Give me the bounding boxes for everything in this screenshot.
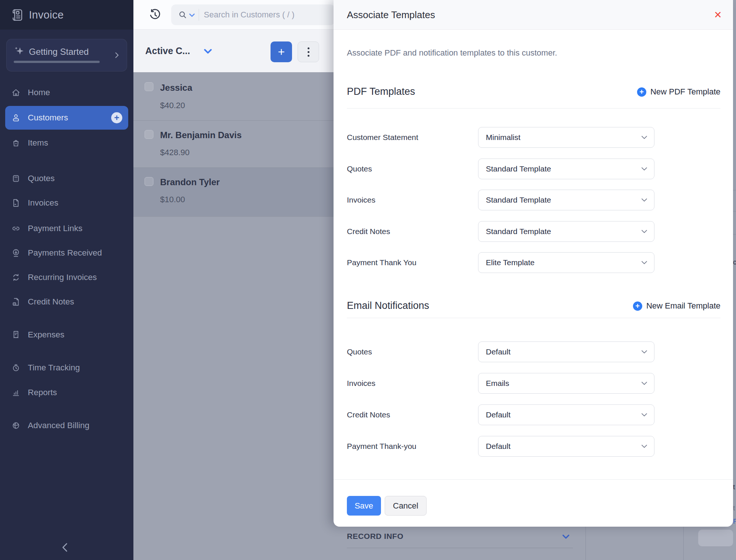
quotes-template-select[interactable]: Standard Template — [478, 159, 654, 179]
sidebar: Invoice Getting Started Home Custome — [0, 0, 133, 560]
sidebar-item-label: Home — [28, 88, 50, 97]
row-checkbox[interactable] — [145, 82, 153, 91]
collapse-sidebar-icon[interactable] — [59, 540, 72, 555]
divider — [347, 548, 573, 548]
field-label: Payment Thank-you — [347, 436, 417, 457]
modal-header: Associate Templates ✕ — [334, 0, 733, 30]
sidebar-item-label: Time Tracking — [28, 363, 80, 373]
sidebar-item-home[interactable]: Home — [5, 82, 128, 103]
list-item[interactable]: Jessica $40.20 — [133, 72, 334, 121]
sidebar-item-quotes[interactable]: Quotes — [5, 168, 128, 189]
plus-circle-icon: + — [637, 87, 646, 97]
new-email-template-button[interactable]: + New Email Template — [633, 301, 720, 311]
sidebar-item-customers[interactable]: Customers + — [5, 106, 128, 130]
sidebar-item-label: Invoices — [28, 198, 59, 208]
customer-amount: $428.90 — [160, 148, 190, 157]
field-label: Payment Thank You — [347, 252, 417, 273]
sidebar-item-advanced-billing[interactable]: Advanced Billing — [5, 415, 128, 436]
chevron-down-icon — [641, 381, 647, 386]
dimmed-page-right-edge: c t t R — [733, 0, 736, 560]
cancel-button[interactable]: Cancel — [385, 496, 427, 516]
chevron-down-icon — [641, 413, 647, 417]
receipt-icon — [11, 330, 21, 340]
sidebar-item-credit-notes[interactable]: Credit Notes — [5, 291, 128, 312]
payment-thank-you-template-select[interactable]: Elite Template — [478, 252, 654, 273]
row-checkbox[interactable] — [145, 130, 153, 139]
home-icon — [11, 88, 21, 97]
getting-started-card[interactable]: Getting Started — [6, 39, 127, 71]
list-more-menu-button[interactable] — [298, 41, 319, 62]
quote-icon — [11, 174, 21, 183]
sidebar-item-label: Recurring Invoices — [28, 273, 97, 282]
getting-started-progress — [14, 61, 100, 63]
field-label: Quotes — [347, 341, 372, 362]
sidebar-item-label: Payment Links — [28, 224, 83, 233]
credit-notes-email-select[interactable]: Default — [478, 404, 654, 425]
clipped-text-fragment: t — [733, 483, 736, 490]
sidebar-item-label: Reports — [28, 388, 57, 397]
search-placeholder: Search in Customers ( / ) — [204, 4, 295, 25]
close-icon[interactable]: ✕ — [714, 0, 722, 30]
divider — [586, 527, 586, 560]
new-pdf-template-label: New PDF Template — [650, 87, 720, 97]
add-customer-icon[interactable]: + — [111, 112, 122, 123]
new-pdf-template-button[interactable]: + New PDF Template — [637, 87, 720, 97]
divider — [347, 318, 720, 318]
customer-name: Mr. Benjamin Davis — [160, 130, 242, 140]
sidebar-item-invoices[interactable]: Invoices — [5, 193, 128, 213]
new-email-template-label: New Email Template — [646, 301, 720, 311]
search-input[interactable]: Search in Customers ( / ) — [171, 4, 335, 25]
sidebar-item-expenses[interactable]: Expenses — [5, 324, 128, 345]
payment-thank-you-email-select[interactable]: Default — [478, 436, 654, 457]
modal-subtitle: Associate PDF and notification templates… — [347, 48, 557, 58]
sidebar-item-reports[interactable]: Reports — [5, 382, 128, 403]
payment-received-icon — [11, 248, 21, 258]
customer-name: Jessica — [160, 83, 192, 93]
chevron-down-icon — [641, 444, 647, 449]
sidebar-item-time-tracking[interactable]: Time Tracking — [5, 357, 128, 378]
sparkle-icon — [13, 44, 27, 59]
invoices-email-select[interactable]: Emails — [478, 373, 654, 394]
logo-bar: Invoice — [0, 0, 133, 30]
dimmed-card-fragment — [698, 530, 733, 546]
sidebar-item-payment-links[interactable]: Payment Links — [5, 218, 128, 239]
sidebar-item-items[interactable]: Items — [5, 133, 128, 153]
chevron-down-icon — [641, 167, 647, 171]
list-filter-dropdown[interactable]: Active C... — [145, 30, 190, 72]
recent-history-icon[interactable] — [148, 8, 162, 21]
clipped-text-fragment: t — [733, 504, 736, 511]
topbar: Search in Customers ( / ) — [133, 0, 334, 30]
field-label: Quotes — [347, 159, 372, 179]
customer-statement-template-select[interactable]: Minimalist — [478, 127, 654, 148]
row-checkbox[interactable] — [145, 177, 153, 186]
sidebar-item-label: Advanced Billing — [28, 421, 89, 430]
record-info-chevron-icon[interactable] — [562, 534, 570, 539]
invoices-template-select[interactable]: Standard Template — [478, 190, 654, 210]
search-scope-chevron-icon[interactable] — [189, 13, 195, 17]
user-icon — [11, 113, 21, 123]
field-label: Credit Notes — [347, 404, 390, 425]
record-info-section-header[interactable]: RECORD INFO — [347, 532, 404, 541]
credit-notes-template-select[interactable]: Standard Template — [478, 221, 654, 242]
sidebar-item-payments-received[interactable]: Payments Received — [5, 243, 128, 263]
sidebar-item-label: Expenses — [28, 330, 64, 340]
invoice-logo-icon — [10, 7, 25, 23]
app-title: Invoice — [29, 0, 64, 30]
quotes-email-select[interactable]: Default — [478, 341, 654, 362]
sidebar-item-recurring-invoices[interactable]: Recurring Invoices — [5, 267, 128, 288]
chevron-down-icon — [641, 229, 647, 234]
filter-chevron-down-icon[interactable] — [204, 49, 212, 54]
new-customer-button[interactable]: + — [271, 41, 292, 62]
list-item-selected[interactable]: Brandon Tyler $10.00 — [133, 168, 334, 217]
customer-name: Brandon Tyler — [160, 177, 220, 187]
list-item[interactable]: Mr. Benjamin Davis $428.90 — [133, 121, 334, 168]
customer-amount: $40.20 — [160, 101, 185, 110]
chevron-down-icon — [641, 135, 647, 140]
bar-chart-icon — [11, 388, 21, 397]
field-label: Customer Statement — [347, 127, 418, 148]
modal-title: Associate Templates — [347, 0, 435, 30]
pdf-templates-heading: PDF Templates — [347, 86, 415, 97]
save-button[interactable]: Save — [347, 496, 381, 516]
clipped-text-fragment: c — [733, 259, 736, 266]
app-window: Invoice Getting Started Home Custome — [0, 0, 736, 560]
